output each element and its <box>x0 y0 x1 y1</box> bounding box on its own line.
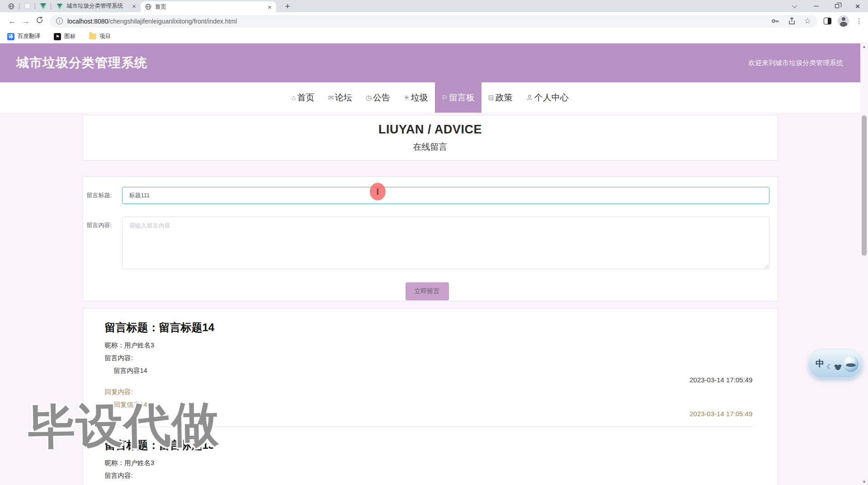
password-key-button[interactable] <box>771 17 779 25</box>
ime-toolbar[interactable]: 中 ☾ <box>808 349 863 378</box>
vue-icon <box>57 4 63 9</box>
nav-item-user-center[interactable]: 个人中心 <box>519 82 576 113</box>
page-scrollbar[interactable]: ▲ ▼ <box>860 43 868 485</box>
banner-title: LIUYAN / ADVICE <box>83 115 778 137</box>
globe-icon <box>145 4 151 10</box>
nav-item-garbage[interactable]: ✳ 垃圾 <box>397 82 435 113</box>
main-nav: ⌂ 首页 ✉ 论坛 ◷ 公告 ✳ 垃圾 ⚐ 留言板 ⊟ 政策 个人中心 <box>0 82 860 113</box>
nav-item-forum[interactable]: ✉ 论坛 <box>321 82 359 113</box>
nav-label: 垃圾 <box>411 92 428 104</box>
nav-label: 首页 <box>297 92 314 104</box>
nav-item-message-board[interactable]: ⚐ 留言板 <box>435 82 481 113</box>
message-content-textarea[interactable] <box>122 217 769 269</box>
restore-button[interactable] <box>826 0 847 12</box>
vue-icon <box>40 3 47 9</box>
submit-row: 立即留言 <box>85 282 769 300</box>
tab-divider <box>51 3 51 10</box>
key-icon <box>771 17 779 25</box>
window-controls: × <box>785 0 868 12</box>
flag-icon: ⚐ <box>442 94 448 102</box>
new-tab-button[interactable]: + <box>282 1 293 11</box>
bookmark-label: 百度翻译 <box>18 33 40 40</box>
message-nickname: 昵称：用户姓名3 <box>105 459 753 467</box>
ime-language-indicator[interactable]: 中 <box>816 358 824 370</box>
message-form-card: 留言标题: 留言内容: 立即留言 <box>83 176 778 301</box>
profile-avatar[interactable] <box>838 15 849 27</box>
scrollbar-thumb[interactable] <box>862 115 867 256</box>
baidu-translate-icon: 译 <box>7 33 14 40</box>
bookmark-project-folder[interactable]: 项目 <box>89 33 111 40</box>
recording-cursor: I <box>370 183 386 200</box>
moon-icon[interactable]: ☾ <box>827 363 833 370</box>
tab-title: 首页 <box>155 3 265 11</box>
tab-close-icon[interactable]: × <box>132 3 136 10</box>
clock-icon: ◷ <box>366 94 372 102</box>
content-label: 留言内容: <box>85 217 122 234</box>
browser-tab-strip: 城市垃圾分类管理系统 × 首页 × + × <box>0 0 868 12</box>
message-content-label: 留言内容: <box>105 471 753 480</box>
scroll-up-arrow[interactable]: ▲ <box>860 44 868 49</box>
ime-globe-icon[interactable] <box>843 356 859 372</box>
policy-icon: ⊟ <box>488 94 494 102</box>
nav-label: 留言板 <box>449 92 475 104</box>
reload-icon <box>36 16 43 24</box>
flag-image-icon: ⚑ <box>54 33 61 40</box>
minimize-icon <box>814 6 819 7</box>
watermark-text: 毕设代做 <box>28 393 220 459</box>
url-path: /chengshilajifenleiguanlixitong/front/in… <box>108 18 237 25</box>
tab-close-icon[interactable]: × <box>268 4 272 10</box>
tab-search-button[interactable] <box>785 0 806 12</box>
globe-icon <box>8 3 14 10</box>
minimize-button[interactable] <box>806 0 826 12</box>
tab-home-active[interactable]: 首页 × <box>141 1 276 12</box>
nav-item-notice[interactable]: ◷ 公告 <box>359 82 397 113</box>
toolbar-right-controls: ⋮ <box>824 15 863 27</box>
bookmarks-bar: 译 百度翻译 ⚑ 图标 项目 <box>0 30 868 43</box>
tab-divider <box>35 3 35 10</box>
side-panel-icon[interactable] <box>824 18 831 24</box>
address-bar[interactable]: i localhost:8080/chengshilajifenleiguanl… <box>50 15 817 28</box>
banner-card: LIUYAN / ADVICE 在线留言 <box>83 115 778 161</box>
folder-icon <box>89 33 96 39</box>
pinned-tabs <box>5 0 52 12</box>
close-window-button[interactable]: × <box>847 0 868 12</box>
submit-message-button[interactable]: 立即留言 <box>406 282 449 300</box>
site-header: 城市垃圾分类管理系统 欢迎来到城市垃圾分类管理系统 <box>0 43 860 82</box>
bookmark-icons[interactable]: ⚑ 图标 <box>54 33 75 40</box>
tab-garbage-system[interactable]: 城市垃圾分类管理系统 × <box>52 0 141 12</box>
banner-subtitle: 在线留言 <box>83 141 778 153</box>
message-nickname: 昵称：用户姓名3 <box>105 341 753 350</box>
share-button[interactable] <box>788 17 796 25</box>
url-text[interactable]: localhost:8080/chengshilajifenleiguanlix… <box>67 18 763 25</box>
chevron-down-icon <box>792 3 797 8</box>
home-icon: ⌂ <box>292 94 296 101</box>
envelope-icon: ✉ <box>328 94 334 102</box>
scroll-down-arrow[interactable]: ▼ <box>860 480 868 484</box>
url-host: localhost:8080 <box>67 18 108 25</box>
user-icon <box>526 94 533 101</box>
pinned-tab-blank[interactable] <box>20 3 34 9</box>
nav-item-policy[interactable]: ⊟ 政策 <box>481 82 519 113</box>
back-button[interactable]: ← <box>5 16 19 26</box>
nav-item-home[interactable]: ⌂ 首页 <box>285 82 321 113</box>
page-info-icon[interactable]: i <box>56 18 63 24</box>
forward-button[interactable]: → <box>19 16 33 26</box>
message-content-label: 留言内容: <box>105 354 753 362</box>
pinned-tab-globe[interactable] <box>5 3 18 10</box>
textarea-wrapper <box>122 217 769 271</box>
reload-button[interactable] <box>33 16 46 26</box>
tab-divider <box>19 3 19 10</box>
browser-menu-icon[interactable]: ⋮ <box>855 17 863 25</box>
form-row-content: 留言内容: <box>85 217 769 271</box>
welcome-text: 欢迎来到城市垃圾分类管理系统 <box>748 59 843 67</box>
bookmark-star-button[interactable]: ☆ <box>804 16 811 26</box>
nav-label: 政策 <box>495 92 513 104</box>
message-title-input[interactable] <box>122 187 769 204</box>
nav-label: 论坛 <box>335 92 352 104</box>
pinned-tab-vue[interactable] <box>36 3 50 9</box>
browser-toolbar: ← → i localhost:8080/chengshilajifenleig… <box>0 12 868 30</box>
ime-skin-icon[interactable] <box>835 366 840 370</box>
bookmark-baidu-translate[interactable]: 译 百度翻译 <box>7 33 40 40</box>
nav-label: 个人中心 <box>534 92 569 104</box>
blank-favicon <box>24 3 30 9</box>
